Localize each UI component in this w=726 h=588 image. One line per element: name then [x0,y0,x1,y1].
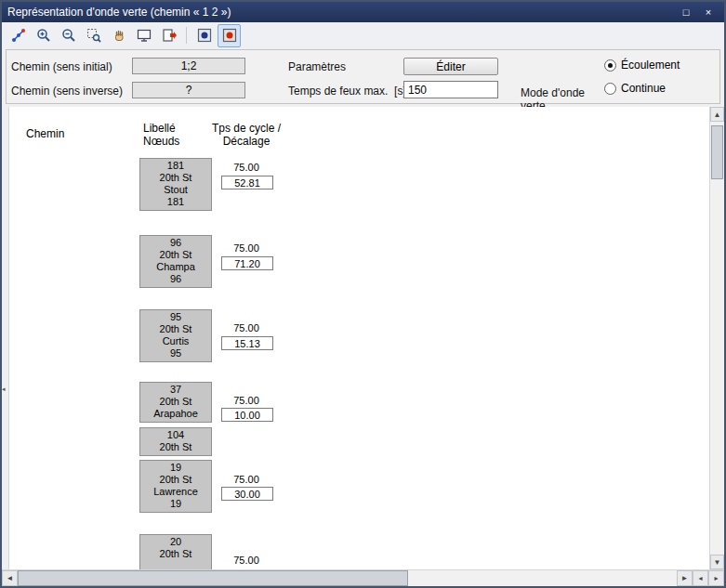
chemin-initial-label: Chemin (sens initial) [11,60,112,73]
chemin-initial-field[interactable]: 1;2 [132,58,245,74]
pan-icon [112,28,126,43]
offset-input[interactable] [221,487,273,501]
zoom-window-icon [86,28,101,43]
node-label-line: 20 [140,536,211,548]
parametres-label: Paramètres [288,60,346,73]
node-label-line: Arapahoe [140,408,211,420]
node-label-line: 95 [140,311,211,323]
cycle-time-value: 75.00 [218,322,275,333]
horizontal-scrollbar[interactable]: ◄ ► ◂ ▸ [2,569,724,586]
offset-input[interactable] [221,408,273,422]
pane-left-button[interactable]: ◂ [693,570,708,586]
main-area: Chemin LibelléNœuds Tps de cycle /Décala… [9,107,709,569]
node-label-line: 19 [140,498,211,510]
node-label-line: 20th St [140,474,211,486]
export-icon [162,28,177,43]
record-icon [222,28,237,43]
radio-continue[interactable]: Continue [604,82,666,95]
vertical-scroll-thumb[interactable] [711,125,723,179]
fit-view-icon [137,28,152,43]
scroll-left-button[interactable]: ◄ [2,570,18,586]
scroll-right-button[interactable]: ► [677,570,693,586]
zoom-window-button[interactable] [82,24,105,47]
node-label-box: 10420th St [139,427,212,456]
node-label-line: 20th St [140,441,211,453]
node-label-box: 1920th StLawrence19 [139,460,212,513]
parameter-panel: Chemin (sens initial) 1;2 Chemin (sens i… [2,48,724,107]
offset-input[interactable] [221,256,273,270]
pane-right-button[interactable]: ▸ [708,570,724,586]
cycle-time-value: 75.00 [218,555,275,566]
offset-input[interactable] [221,336,273,350]
zoom-in-button[interactable] [32,24,55,47]
temps-feux-input[interactable] [403,81,498,98]
horizontal-scroll-track[interactable] [408,570,677,586]
fit-view-button[interactable] [132,24,155,47]
chemin-inverse-field[interactable]: ? [132,82,245,98]
node-label-line: 20th St [140,323,211,335]
toolbar-separator [186,27,187,44]
zoom-out-button[interactable] [57,24,80,47]
editer-button[interactable]: Éditer [403,58,498,75]
node-label-line: 20th St [140,249,211,261]
window-title: Représentation d'onde verte (chemin « 1 … [7,6,674,19]
path-button[interactable] [7,24,30,47]
radio-ecoulement-dot[interactable] [604,59,616,72]
vertical-scrollbar[interactable]: ▲ ▼ [709,107,724,569]
node-label-box: 9520th StCurtis95 [139,309,212,362]
radio-continue-dot[interactable] [604,83,616,95]
node-label-line: Champa [140,261,211,273]
path-icon [11,28,26,43]
node-label-line: 20th St [140,396,211,408]
radio-ecoulement-label: Écoulement [621,59,680,72]
close-button[interactable]: × [698,5,719,20]
left-splitter[interactable]: ◂ [2,107,9,569]
zoom-in-icon [36,28,51,43]
signal-display-icon [197,28,212,43]
title-bar[interactable]: Représentation d'onde verte (chemin « 1 … [2,2,724,22]
scroll-down-button[interactable]: ▼ [710,555,724,569]
record-button[interactable] [218,24,241,47]
scroll-up-button[interactable]: ▲ [710,107,724,122]
collapse-left-icon: ◂ [2,385,6,393]
node-label-line: Lawrence [140,486,211,498]
node-label-line: 37 [140,384,211,396]
node-label-line: Curtis [140,335,211,347]
green-wave-window: Représentation d'onde verte (chemin « 1 … [0,0,726,588]
temps-feux-label: Temps de feux max. [s] [288,85,406,98]
zoom-out-icon [61,28,76,43]
pan-button[interactable] [107,24,130,47]
node-label-line: 95 [140,347,211,359]
toolbar [2,22,724,49]
signal-display-button[interactable] [192,24,216,47]
node-label-line: 104 [140,429,211,441]
cycle-time-value: 75.00 [218,474,275,485]
chemin-inverse-label: Chemin (sens inverse) [11,85,123,98]
node-label-line: 19 [140,462,211,474]
radio-continue-label: Continue [621,82,666,95]
node-label-box: 3720th StArapahoe [139,382,212,423]
radio-ecoulement[interactable]: Écoulement [604,59,680,72]
export-button[interactable] [157,24,180,47]
horizontal-scroll-thumb[interactable] [18,570,408,586]
maximize-button[interactable]: □ [676,5,696,20]
cycle-time-value: 75.00 [218,395,275,406]
node-label-line: 96 [140,273,211,285]
node-label-line: 20th St [140,548,211,560]
node-label-box: 2020th St [139,534,212,569]
